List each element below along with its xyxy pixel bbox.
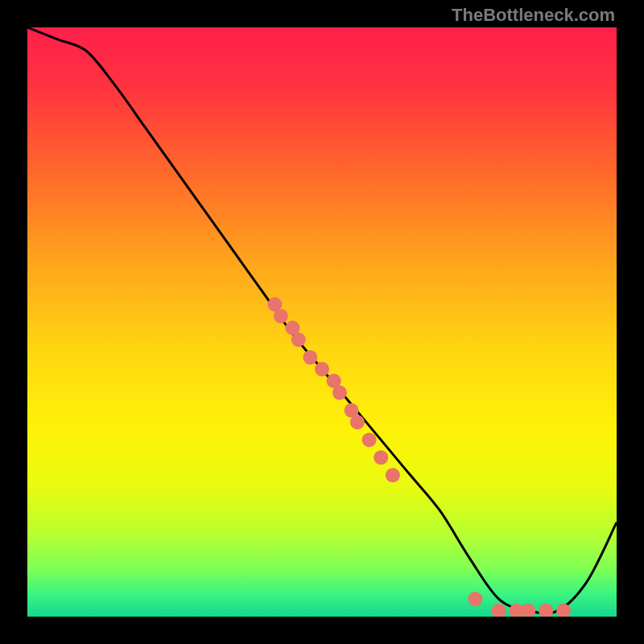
data-point: [315, 362, 329, 377]
watermark-text: TheBottleneck.com: [452, 5, 615, 26]
data-point: [332, 386, 347, 400]
data-point: [274, 309, 288, 324]
data-point: [539, 604, 553, 617]
chart-container: TheBottleneck.com: [0, 0, 644, 644]
data-point: [350, 415, 365, 429]
curve-layer: [27, 27, 617, 617]
main-curve: [27, 27, 617, 613]
data-point: [374, 450, 388, 464]
data-point: [386, 468, 400, 482]
data-points: [267, 297, 571, 617]
data-point: [556, 604, 571, 617]
data-point: [468, 592, 482, 606]
data-point: [362, 432, 377, 447]
data-point: [492, 604, 506, 617]
data-point: [303, 350, 317, 365]
data-point: [521, 604, 535, 617]
data-point: [291, 332, 306, 347]
plot-area: [27, 27, 617, 617]
